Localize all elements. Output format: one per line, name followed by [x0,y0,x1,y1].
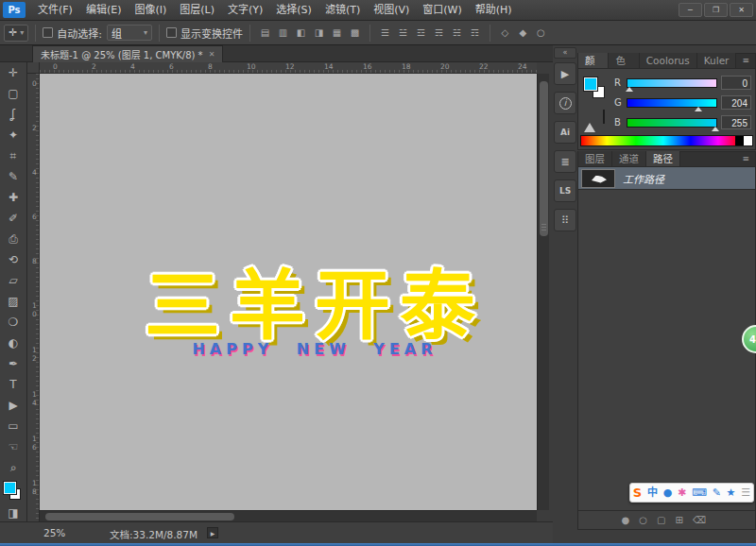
foreground-color-swatch[interactable] [584,77,597,91]
align-left-edges-icon[interactable]: ◨ [311,25,327,41]
panel-menu-icon[interactable]: ≡ [736,151,755,166]
blue-slider[interactable] [627,118,717,128]
tab-kuler[interactable]: Kuler [697,53,737,68]
path-selection-tool[interactable]: ▶ [0,395,26,416]
dodge-tool[interactable]: ◐ [0,333,26,353]
horizontal-ruler[interactable]: 0 2 4 6 8 10 12 14 16 18 20 22 24 [40,62,537,74]
slider-thumb[interactable] [712,127,719,131]
menu-filter[interactable]: 滤镜(T) [318,0,367,21]
menu-type[interactable]: 文字(Y) [221,0,269,21]
eyedropper-tool[interactable]: ✎ [0,166,26,187]
menu-view[interactable]: 视图(V) [367,0,416,21]
crop-tool[interactable]: ⌗ [0,145,26,166]
green-value-field[interactable] [721,95,751,110]
distribute-left-edges-icon[interactable]: ☴ [431,25,447,41]
vertical-scrollbar-thumb[interactable] [540,81,548,236]
chinese-mode-icon[interactable]: 中 [647,487,658,498]
align-top-edges-icon[interactable]: ▤ [257,25,273,41]
panel-menu-icon[interactable]: ≡ [736,53,755,68]
distribute-horizontal-centers-icon[interactable]: ☵ [449,25,465,41]
show-transform-checkbox[interactable] [166,27,177,38]
quick-selection-tool[interactable]: ✦ [0,125,26,145]
red-slider[interactable] [627,78,717,88]
document-tab[interactable]: 未标题-1 @ 25% (图层 1, CMYK/8) * ✕ [32,45,223,62]
menu-window[interactable]: 窗口(W) [416,0,468,21]
brush-presets-panel-icon[interactable]: ⠿ [554,209,576,231]
info-panel-icon[interactable]: i [554,92,576,114]
tab-layers[interactable]: 图层 [578,151,612,166]
ime-menu-icon[interactable]: ☰ [741,487,750,498]
show-transform-label[interactable]: 显示变换控件 [180,26,243,41]
hand-tool[interactable]: ☜ [0,436,26,457]
soft-keyboard-icon[interactable]: ⌨ [692,487,707,498]
align-vertical-centers-icon[interactable]: ▥ [275,25,291,41]
spot-healing-brush-tool[interactable]: ✚ [0,187,26,208]
menu-layer[interactable]: 图层(L) [173,0,221,21]
menu-help[interactable]: 帮助(H) [469,0,519,21]
align-bottom-edges-icon[interactable]: ◧ [293,25,309,41]
slider-thumb[interactable] [626,87,633,92]
sogou-logo-icon[interactable]: S [633,486,642,499]
zoom-level-field[interactable]: 25% [43,527,65,538]
black-swatch[interactable] [735,136,744,145]
document-canvas[interactable]: 三羊开泰 HAPPY NEW YEAR [40,74,537,521]
horizontal-scrollbar[interactable] [40,510,537,521]
brush-tool[interactable]: ✐ [0,208,26,229]
history-brush-tool[interactable]: ⟲ [0,249,26,270]
menu-edit[interactable]: 编辑(E) [79,0,129,21]
3d-rotate-icon[interactable]: ◇ [497,25,513,41]
type-tool[interactable]: T [0,374,26,395]
auto-select-label[interactable]: 自动选择: [57,26,102,41]
red-value-field[interactable] [721,76,751,90]
gamut-safe-swatch[interactable] [603,110,605,124]
distribute-bottom-edges-icon[interactable]: ☲ [413,25,429,41]
emoticon-icon[interactable]: ● [663,487,673,498]
zoom-tool[interactable]: ⌕ [0,457,26,478]
vertical-scrollbar[interactable] [537,74,549,510]
actions-panel-icon[interactable]: ▶ [554,62,576,85]
handwriting-icon[interactable]: ✎ [713,487,721,498]
layer-comps-panel-icon[interactable]: ≣ [554,150,576,173]
vertical-ruler[interactable]: 0 2 4 6 8 10 12 14 16 18 [27,74,40,521]
blue-value-field[interactable] [721,115,751,129]
stroke-path-icon[interactable]: ○ [639,515,647,525]
rectangle-tool[interactable]: ▭ [0,416,26,436]
blur-tool[interactable]: ❍ [0,312,26,333]
close-button[interactable]: ✕ [730,3,753,17]
align-right-edges-icon[interactable]: ▩ [347,25,363,41]
foreground-color-swatch[interactable] [4,482,16,494]
menu-image[interactable]: 图像(I) [128,0,173,21]
green-slider[interactable] [627,98,717,108]
auto-select-checkbox[interactable] [43,27,53,38]
horizontal-scrollbar-thumb[interactable] [45,513,234,520]
slider-thumb[interactable] [695,107,702,111]
fill-path-icon[interactable]: ● [622,515,630,525]
minimize-button[interactable]: ─ [679,3,702,17]
tab-coolorus[interactable]: Coolorus [640,53,697,68]
restore-button[interactable]: ❐ [704,3,728,17]
rectangular-marquee-tool[interactable]: ▢ [0,83,26,104]
menu-select[interactable]: 选择(S) [269,0,318,21]
align-horizontal-centers-icon[interactable]: ▦ [329,25,345,41]
dock-collapse-button[interactable]: « [554,47,576,59]
3d-drag-icon[interactable]: ○ [533,25,549,41]
work-path-row[interactable]: 工作路径 [578,167,755,190]
distribute-vertical-centers-icon[interactable]: ☱ [395,25,411,41]
lasso-tool[interactable]: ʆ [0,104,26,125]
color-spectrum-ramp[interactable] [580,135,753,146]
gradient-tool[interactable]: ▨ [0,291,26,312]
new-path-icon[interactable]: ⊞ [675,515,682,525]
eraser-tool[interactable]: ▱ [0,270,26,291]
status-flyout-button[interactable]: ▶ [207,527,218,538]
auto-select-target-dropdown[interactable]: 组 ▾ [107,25,152,41]
3d-roll-icon[interactable]: ◆ [515,25,531,41]
clone-stamp-tool[interactable]: ⎙ [0,229,26,249]
menu-file[interactable]: 文件(F) [31,0,79,21]
white-swatch[interactable] [744,136,752,145]
tool-preset-picker[interactable]: ✛ ▾ [4,25,28,42]
styles-panel-icon[interactable]: LS [554,179,576,202]
delete-path-icon[interactable]: ⌫ [693,515,706,525]
ruler-origin-corner[interactable] [27,62,40,74]
symbols-icon[interactable]: ✱ [678,487,686,498]
tab-swatches[interactable]: 色板 [609,53,639,68]
